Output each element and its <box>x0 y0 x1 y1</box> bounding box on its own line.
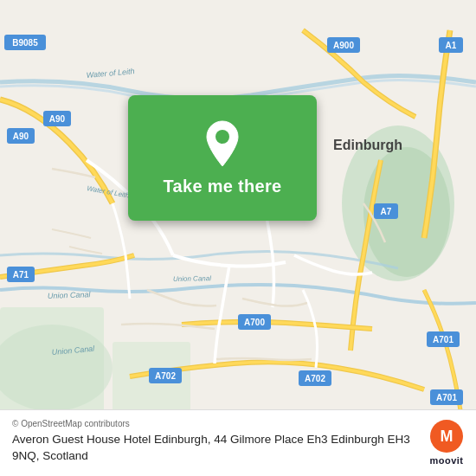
take-me-there-card[interactable]: Take me there <box>128 95 317 221</box>
svg-text:A7: A7 <box>381 207 392 216</box>
info-bar: © OpenStreetMap contributors Averon Gues… <box>0 409 476 476</box>
osm-credit: © OpenStreetMap contributors <box>12 419 417 428</box>
info-bar-left: © OpenStreetMap contributors Averon Gues… <box>12 419 417 465</box>
svg-point-37 <box>215 130 229 144</box>
svg-text:A90: A90 <box>49 114 66 124</box>
svg-text:A700: A700 <box>244 318 265 327</box>
map-background: A90 A90 A900 A1 A7 A700 A702 A702 <box>0 0 476 476</box>
moovit-logo: M moovit <box>429 419 464 466</box>
svg-text:M: M <box>441 428 453 445</box>
svg-text:A1: A1 <box>446 41 457 50</box>
map-container: A90 A90 A900 A1 A7 A700 A702 A702 <box>0 0 476 476</box>
svg-text:A701: A701 <box>436 393 457 402</box>
svg-text:A900: A900 <box>333 41 354 50</box>
svg-text:A702: A702 <box>155 371 176 381</box>
moovit-icon: M <box>429 419 464 453</box>
address-text: Averon Guest House Hotel Edinburgh, 44 G… <box>12 432 417 465</box>
svg-text:A702: A702 <box>305 374 325 383</box>
svg-text:Edinburgh: Edinburgh <box>333 138 402 152</box>
take-me-there-label: Take me there <box>164 177 282 196</box>
svg-text:Union Canal: Union Canal <box>173 274 211 283</box>
svg-text:A90: A90 <box>13 132 29 141</box>
moovit-label: moovit <box>429 455 463 466</box>
svg-text:B9085: B9085 <box>12 38 38 48</box>
svg-text:Union Canal: Union Canal <box>48 290 92 300</box>
svg-text:A71: A71 <box>13 270 29 280</box>
svg-text:A701: A701 <box>433 335 453 344</box>
location-pin-icon <box>202 119 243 168</box>
